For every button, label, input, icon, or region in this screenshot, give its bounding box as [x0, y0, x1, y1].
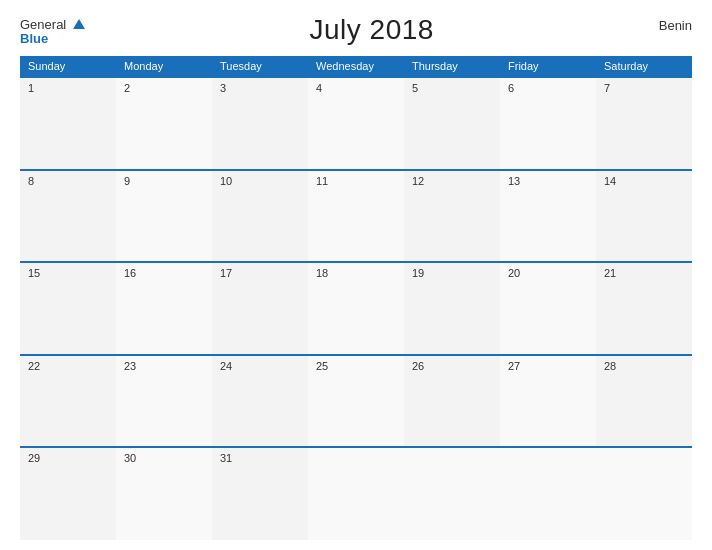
calendar-cell: 6 [500, 77, 596, 170]
week-row-4: 22232425262728 [20, 355, 692, 448]
day-number: 30 [124, 452, 136, 464]
day-number: 2 [124, 82, 130, 94]
calendar-cell: 27 [500, 355, 596, 448]
calendar-cell: 3 [212, 77, 308, 170]
day-number: 1 [28, 82, 34, 94]
day-number: 5 [412, 82, 418, 94]
day-number: 4 [316, 82, 322, 94]
calendar-title: July 2018 [310, 14, 434, 46]
calendar-cell: 23 [116, 355, 212, 448]
calendar-cell: 28 [596, 355, 692, 448]
page-header: General Blue July 2018 Benin [20, 10, 692, 50]
days-header-row: Sunday Monday Tuesday Wednesday Thursday… [20, 56, 692, 77]
calendar-cell: 22 [20, 355, 116, 448]
day-number: 28 [604, 360, 616, 372]
day-number: 26 [412, 360, 424, 372]
header-saturday: Saturday [596, 56, 692, 77]
day-number: 16 [124, 267, 136, 279]
week-row-5: 293031 [20, 447, 692, 540]
calendar-cell [500, 447, 596, 540]
day-number: 11 [316, 175, 328, 187]
day-number: 29 [28, 452, 40, 464]
calendar-cell: 26 [404, 355, 500, 448]
logo-triangle-icon [73, 19, 85, 29]
header-friday: Friday [500, 56, 596, 77]
calendar-cell [404, 447, 500, 540]
calendar-cell: 15 [20, 262, 116, 355]
calendar-cell: 13 [500, 170, 596, 263]
header-tuesday: Tuesday [212, 56, 308, 77]
day-number: 8 [28, 175, 34, 187]
header-sunday: Sunday [20, 56, 116, 77]
week-row-2: 891011121314 [20, 170, 692, 263]
calendar-cell: 11 [308, 170, 404, 263]
day-number: 19 [412, 267, 424, 279]
calendar-cell: 10 [212, 170, 308, 263]
day-number: 27 [508, 360, 520, 372]
day-number: 23 [124, 360, 136, 372]
day-number: 21 [604, 267, 616, 279]
header-wednesday: Wednesday [308, 56, 404, 77]
calendar-cell: 29 [20, 447, 116, 540]
calendar-cell: 18 [308, 262, 404, 355]
day-number: 17 [220, 267, 232, 279]
week-row-3: 15161718192021 [20, 262, 692, 355]
calendar-cell: 5 [404, 77, 500, 170]
day-number: 10 [220, 175, 232, 187]
day-number: 15 [28, 267, 40, 279]
day-number: 31 [220, 452, 232, 464]
week-row-1: 1234567 [20, 77, 692, 170]
logo: General Blue [20, 16, 85, 45]
day-number: 25 [316, 360, 328, 372]
logo-blue-text: Blue [20, 32, 85, 45]
calendar-cell [308, 447, 404, 540]
day-number: 18 [316, 267, 328, 279]
country-label: Benin [659, 18, 692, 33]
calendar-cell: 1 [20, 77, 116, 170]
calendar-cell: 8 [20, 170, 116, 263]
calendar-table: Sunday Monday Tuesday Wednesday Thursday… [20, 56, 692, 540]
calendar-cell: 21 [596, 262, 692, 355]
day-number: 14 [604, 175, 616, 187]
calendar-cell: 2 [116, 77, 212, 170]
calendar-cell: 17 [212, 262, 308, 355]
calendar-cell: 25 [308, 355, 404, 448]
calendar-cell: 31 [212, 447, 308, 540]
calendar-cell: 7 [596, 77, 692, 170]
calendar-cell: 24 [212, 355, 308, 448]
calendar-cell: 30 [116, 447, 212, 540]
calendar-cell: 16 [116, 262, 212, 355]
day-number: 3 [220, 82, 226, 94]
calendar-cell: 20 [500, 262, 596, 355]
header-thursday: Thursday [404, 56, 500, 77]
day-number: 6 [508, 82, 514, 94]
day-number: 22 [28, 360, 40, 372]
logo-general-text: General [20, 16, 85, 32]
calendar-cell: 12 [404, 170, 500, 263]
calendar-cell [596, 447, 692, 540]
calendar-cell: 19 [404, 262, 500, 355]
calendar-cell: 14 [596, 170, 692, 263]
day-number: 20 [508, 267, 520, 279]
day-number: 13 [508, 175, 520, 187]
day-number: 12 [412, 175, 424, 187]
calendar-cell: 9 [116, 170, 212, 263]
header-monday: Monday [116, 56, 212, 77]
calendar-cell: 4 [308, 77, 404, 170]
day-number: 24 [220, 360, 232, 372]
day-number: 9 [124, 175, 130, 187]
day-number: 7 [604, 82, 610, 94]
